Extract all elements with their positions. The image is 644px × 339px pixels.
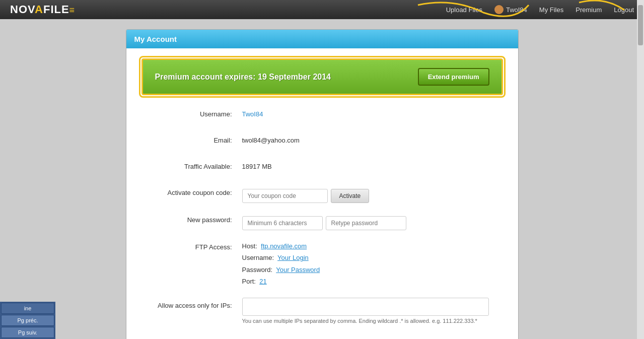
- ip-input[interactable]: [242, 298, 489, 316]
- password-label: New password:: [141, 213, 242, 224]
- password-group-wrapper: [242, 213, 503, 230]
- ftp-pass-label: Password:: [242, 266, 273, 274]
- ftp-user-value[interactable]: Your Login: [277, 254, 309, 261]
- taskbar-label: ine: [1, 303, 54, 314]
- account-panel: My Account Premium account expires: 19 S…: [126, 29, 519, 339]
- ip-label: Allow access only for IPs:: [141, 298, 242, 309]
- logo: NOVAFILE≡: [10, 3, 75, 16]
- ip-input-wrapper: You can use multiple IPs separated by co…: [242, 298, 489, 324]
- pg-prec-button[interactable]: Pg préc.: [1, 315, 54, 326]
- activate-button[interactable]: Activate: [331, 189, 370, 203]
- taskbar: ine Pg préc. Pg suiv.: [0, 302, 55, 339]
- ftp-port-value[interactable]: 21: [259, 278, 266, 285]
- logo-text: NOVAFILE≡: [10, 3, 75, 16]
- logo-accent: A: [35, 3, 43, 16]
- premium-link[interactable]: Premium: [576, 6, 602, 14]
- ftp-host-label: Host:: [242, 242, 257, 250]
- extend-premium-button[interactable]: Extend premium: [418, 68, 489, 86]
- header: NOVAFILE≡ Upload Files TwoI84 My Files P…: [0, 0, 644, 19]
- ftp-user-line: Username: Your Login: [242, 252, 320, 263]
- email-value: twol84@yahoo.com: [242, 133, 503, 144]
- ftp-port-label: Port:: [242, 278, 256, 285]
- user-avatar-icon: [494, 5, 504, 14]
- logo-file: FILE: [43, 3, 69, 16]
- password-row: New password:: [141, 213, 503, 230]
- panel-title: My Account: [134, 35, 177, 43]
- retype-password-input[interactable]: [326, 216, 406, 230]
- username-value: TwoI84: [242, 107, 503, 118]
- nav-links: Upload Files TwoI84 My Files Premium Log…: [446, 5, 634, 14]
- coupon-group: Activate: [242, 186, 503, 203]
- ftp-pass-line: Password: Your Password: [242, 264, 320, 276]
- premium-banner: Premium account expires: 19 September 20…: [141, 58, 503, 95]
- password-input-group: [242, 216, 503, 230]
- new-password-input[interactable]: [242, 216, 323, 230]
- panel-header: My Account: [126, 30, 518, 48]
- premium-text: Premium account expires: 19 September 20…: [155, 73, 331, 82]
- ftp-user-label: Username:: [242, 254, 274, 261]
- ip-help-text: You can use multiple IPs separated by co…: [242, 318, 489, 324]
- traffic-value: 18917 MB: [242, 160, 503, 170]
- ftp-row: FTP Access: Host: ftp.novafile.com Usern…: [141, 240, 503, 288]
- coupon-label: Activate coupon code:: [141, 186, 242, 196]
- ftp-info: Host: ftp.novafile.com Username: Your Lo…: [242, 240, 320, 288]
- logo-nova: NOV: [10, 3, 35, 16]
- scrollbar-thumb[interactable]: [638, 5, 643, 45]
- ftp-label: FTP Access:: [141, 240, 242, 251]
- ftp-pass-value[interactable]: Your Password: [276, 266, 320, 274]
- logout-link[interactable]: Logout: [614, 6, 634, 14]
- ftp-port-line: Port: 21: [242, 276, 320, 287]
- my-files-link[interactable]: My Files: [539, 6, 563, 14]
- coupon-input[interactable]: [242, 189, 328, 203]
- ftp-host-value[interactable]: ftp.novafile.com: [261, 242, 307, 250]
- user-nav[interactable]: TwoI84: [494, 5, 527, 14]
- email-label: Email:: [141, 133, 242, 144]
- coupon-input-group: Activate: [242, 189, 503, 203]
- traffic-row: Traffic Available: 18917 MB: [141, 160, 503, 176]
- ip-row: Allow access only for IPs: You can use m…: [141, 298, 503, 324]
- traffic-label: Traffic Available:: [141, 160, 242, 170]
- logo-icon: ≡: [69, 5, 76, 15]
- username-nav: TwoI84: [506, 6, 527, 14]
- coupon-row: Activate coupon code: Activate: [141, 186, 503, 203]
- username-row: Username: TwoI84: [141, 107, 503, 123]
- scrollbar[interactable]: [637, 0, 644, 339]
- ftp-host-line: Host: ftp.novafile.com: [242, 240, 320, 252]
- panel-body: Premium account expires: 19 September 20…: [126, 48, 518, 339]
- email-row: Email: twol84@yahoo.com: [141, 133, 503, 150]
- upload-files-link[interactable]: Upload Files: [446, 6, 482, 14]
- username-label: Username:: [141, 107, 242, 118]
- content-wrapper: My Account Premium account expires: 19 S…: [0, 19, 644, 339]
- pg-suiv-button[interactable]: Pg suiv.: [1, 327, 54, 338]
